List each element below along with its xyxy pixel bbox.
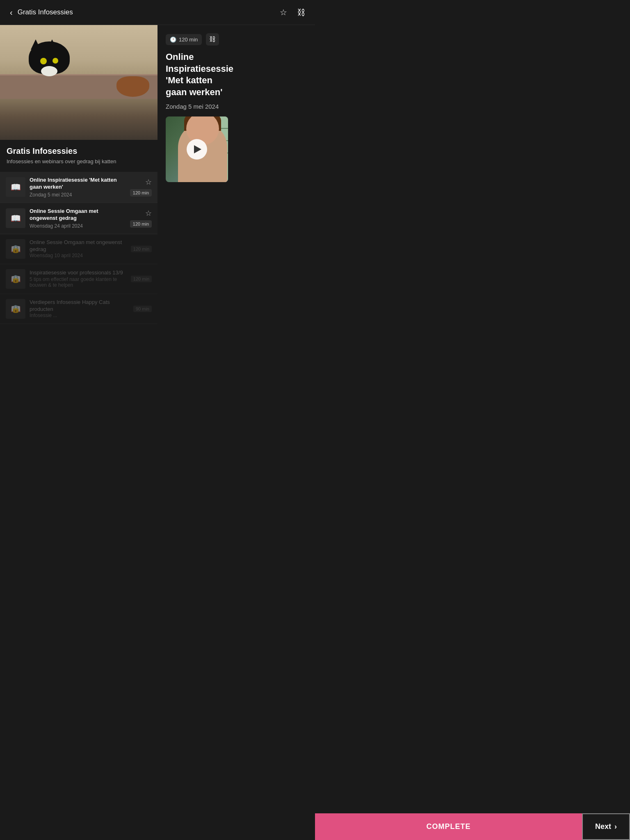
- course-name-1: Online Inspiratiesessie 'Met katten gaan…: [30, 177, 126, 191]
- course-name-4: Inspiratiesessie voor professionals 13/9: [30, 269, 127, 276]
- lock-icon-3: 🔒: [11, 244, 20, 253]
- favorite-star-1[interactable]: ☆: [145, 178, 152, 187]
- lock-icon-4: 🔒: [11, 274, 20, 283]
- course-item-4: 📖 🔒 Inspiratiesessie voor professionals …: [0, 264, 158, 294]
- course-thumb-5: 📖 🔒: [6, 299, 25, 319]
- duration-badge-3: 120 min: [131, 246, 152, 252]
- duration-text: 120 min: [179, 37, 198, 43]
- back-icon: ‹: [10, 8, 13, 17]
- course-info-1: Online Inspiratiesessie 'Met katten gaan…: [30, 177, 126, 198]
- duration-badge: 🕐 120 min: [166, 34, 202, 45]
- cat-eye-left: [40, 58, 47, 64]
- course-thumb-4: 📖 🔒: [6, 269, 25, 289]
- course-name-5: Verdiepers Infosessie Happy Cats product…: [30, 299, 129, 313]
- course-info-4: Inspiratiesessie voor professionals 13/9…: [30, 269, 127, 288]
- back-button[interactable]: ‹: [8, 6, 14, 19]
- course-thumb-1: 📖: [6, 177, 25, 197]
- course-name-3: Online Sessie Omgaan met ongewenst gedra…: [30, 239, 127, 253]
- course-info-2: Online Sessie Omgaan met ongewenst gedra…: [30, 208, 126, 229]
- book-icon-1: 📖: [11, 182, 21, 192]
- chain-link-icon: ⛓: [209, 36, 216, 43]
- duration-row: 🕐 120 min ⛓: [166, 33, 228, 46]
- course-subtitle: Infosessies en webinars over gedrag bij …: [7, 158, 151, 164]
- video-thumbnail[interactable]: [166, 116, 228, 182]
- duration-badge-1: 120 min: [130, 189, 152, 196]
- left-column: Gratis Infosessies Infosessies en webina…: [0, 25, 158, 324]
- duration-badge-4: 120 min: [131, 276, 152, 282]
- black-cat: [25, 37, 86, 95]
- cat-head: [29, 41, 70, 74]
- cat-eye-right: [52, 58, 58, 64]
- brown-cat: [116, 76, 149, 97]
- book-icon-2: 📖: [11, 213, 21, 223]
- app-header: ‹ Gratis Infosessies ☆ ⛓: [0, 0, 315, 25]
- bookmark-icon: ☆: [280, 8, 287, 17]
- share-link-button[interactable]: ⛓: [295, 6, 307, 19]
- link-icon: ⛓: [297, 8, 305, 17]
- header-title: Gratis Infosessies: [18, 8, 73, 16]
- hero-image: [0, 25, 158, 140]
- course-item-1[interactable]: 📖 Online Inspiratiesessie 'Met katten ga…: [0, 172, 158, 203]
- cat-white-muzzle: [41, 66, 57, 76]
- clock-icon: 🕐: [170, 37, 176, 43]
- favorite-star-2[interactable]: ☆: [145, 209, 152, 218]
- lock-icon-5: 🔒: [11, 304, 20, 313]
- course-thumb-3: 📖 🔒: [6, 239, 25, 259]
- course-name-2: Online Sessie Omgaan met ongewenst gedra…: [30, 208, 126, 222]
- course-date-3: Woensdag 10 april 2024: [30, 253, 127, 258]
- right-column: 🕐 120 min ⛓ Online Inspiratiesessie 'Met…: [158, 25, 315, 324]
- main-layout: Gratis Infosessies Infosessies en webina…: [0, 25, 315, 324]
- bookmark-button[interactable]: ☆: [278, 6, 289, 19]
- header-right: ☆ ⛓: [278, 6, 307, 19]
- course-date-1: Zondag 5 mei 2024: [30, 192, 126, 198]
- cat-scene: [0, 25, 158, 140]
- course-thumb-2: 📖: [6, 208, 25, 228]
- course-date-2: Woensdag 24 april 2024: [30, 223, 126, 229]
- duration-badge-5: 90 min: [133, 306, 152, 312]
- session-date: Zondag 5 mei 2024: [166, 103, 228, 110]
- detail-panel: 🕐 120 min ⛓ Online Inspiratiesessie 'Met…: [158, 25, 236, 190]
- session-title: Online Inspiratiesessie 'Met katten gaan…: [166, 51, 228, 98]
- course-meta-1: ☆ 120 min: [130, 178, 152, 196]
- course-meta-2: ☆ 120 min: [130, 209, 152, 228]
- course-info-5: Verdiepers Infosessie Happy Cats product…: [30, 299, 129, 319]
- copy-link-button[interactable]: ⛓: [206, 33, 219, 46]
- course-title: Gratis Infosessies: [7, 146, 151, 156]
- course-item-3: 📖 🔒 Online Sessie Omgaan met ongewenst g…: [0, 234, 158, 264]
- course-item-5: 📖 🔒 Verdiepers Infosessie Happy Cats pro…: [0, 294, 158, 324]
- play-button[interactable]: [187, 139, 207, 160]
- course-date-5: Infosessie ...: [30, 313, 129, 318]
- play-icon: [194, 145, 201, 153]
- duration-badge-2: 120 min: [130, 220, 152, 228]
- course-item-2[interactable]: 📖 Online Sessie Omgaan met ongewenst ged…: [0, 203, 158, 234]
- course-date-4: 5 tips om effectief naar goede klanten t…: [30, 276, 127, 288]
- header-left: ‹ Gratis Infosessies: [8, 6, 73, 19]
- course-header: Gratis Infosessies Infosessies en webina…: [0, 140, 158, 172]
- course-info-3: Online Sessie Omgaan met ongewenst gedra…: [30, 239, 127, 259]
